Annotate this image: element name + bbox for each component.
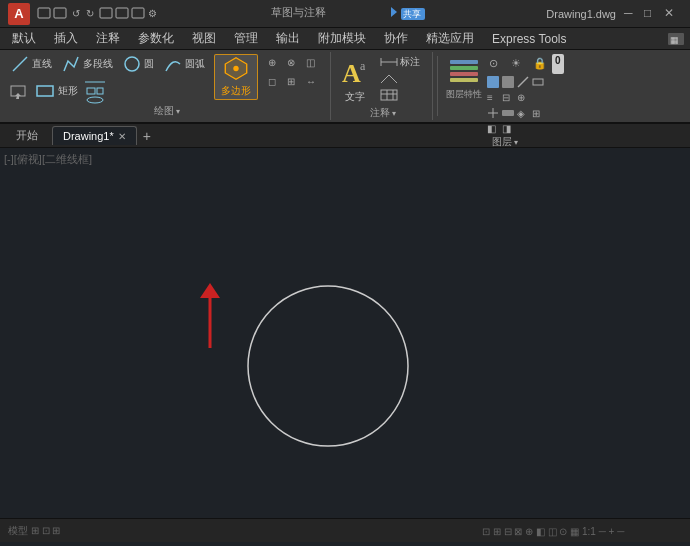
- svg-text:◈: ◈: [517, 108, 525, 119]
- menu-bar: 默认 插入 注释 参数化 视图 管理 输出 附加模块 协作 精选应用 Expre…: [0, 28, 690, 50]
- svg-line-17: [13, 57, 27, 71]
- svg-text:⊕: ⊕: [517, 92, 525, 103]
- svg-text:≡: ≡: [487, 92, 493, 103]
- arrow-annotation: [195, 278, 225, 361]
- svg-rect-46: [450, 78, 478, 82]
- doc-tabs: 开始 Drawing1* ✕ +: [0, 124, 690, 148]
- svg-marker-66: [200, 283, 220, 298]
- svg-rect-53: [533, 79, 543, 85]
- menu-addon[interactable]: 附加模块: [310, 28, 374, 49]
- svg-point-27: [233, 66, 238, 71]
- arc-btn[interactable]: 圆弧: [161, 54, 208, 74]
- layer-group: 图层特性 ⊙ ☀: [442, 52, 568, 120]
- svg-marker-20: [15, 93, 21, 99]
- svg-rect-6: [132, 8, 144, 18]
- circle-btn[interactable]: 圆: [120, 54, 157, 74]
- svg-point-25: [87, 97, 103, 103]
- svg-rect-21: [37, 86, 53, 96]
- text-btn[interactable]: A a 文字: [337, 54, 373, 106]
- table-btn[interactable]: [377, 88, 423, 102]
- svg-rect-5: [116, 8, 128, 18]
- layer-icon-1[interactable]: ⊙: [486, 54, 506, 74]
- polyline-btn[interactable]: 多段线: [59, 54, 116, 74]
- layer-icon-2[interactable]: ☀: [508, 54, 528, 74]
- menu-express-tools[interactable]: Express Tools: [484, 28, 574, 49]
- layer-num: 0: [552, 54, 564, 74]
- svg-text:⊟: ⊟: [502, 92, 510, 103]
- menu-manage[interactable]: 管理: [226, 28, 266, 49]
- menu-annotation[interactable]: 注释: [88, 28, 128, 49]
- start-tab[interactable]: 开始: [4, 125, 50, 146]
- app-icon[interactable]: A: [8, 3, 30, 25]
- svg-text:⊙: ⊙: [489, 57, 498, 69]
- svg-rect-59: [502, 110, 514, 116]
- svg-text:A: A: [342, 59, 361, 88]
- menu-insert[interactable]: 插入: [46, 28, 86, 49]
- menu-param[interactable]: 参数化: [130, 28, 182, 49]
- title-center: 草图与注释 共享: [271, 3, 431, 24]
- svg-rect-45: [450, 72, 478, 76]
- annotation-group-label[interactable]: 注释 ▾: [337, 106, 428, 121]
- window-controls: ─ □ ✕: [622, 5, 682, 23]
- title-bar-left: A ↺ ↻ ⚙: [8, 3, 156, 25]
- svg-text:🔒: 🔒: [533, 56, 547, 70]
- svg-line-52: [518, 77, 528, 87]
- menu-collab[interactable]: 协作: [376, 28, 416, 49]
- svg-marker-9: [391, 7, 397, 17]
- annotation-group: A a 文字 标注: [333, 52, 433, 120]
- doc-tab-drawing1[interactable]: Drawing1* ✕: [52, 126, 137, 145]
- svg-text:☀: ☀: [511, 57, 521, 69]
- title-bar-ribbon: ↺ ↻ ⚙: [36, 5, 156, 23]
- draw-group: 直线 多段线 圆 圆弧: [4, 52, 331, 120]
- svg-rect-24: [97, 88, 103, 94]
- doc-tab-close[interactable]: ✕: [118, 131, 126, 142]
- ribbon: 直线 多段线 圆 圆弧: [0, 50, 690, 124]
- status-coords: 模型 ⊞ ⊡ ⊞: [8, 523, 108, 539]
- title-bar: A ↺ ↻ ⚙ 草图与注释 共享: [0, 0, 690, 28]
- svg-text:⊞: ⊞: [287, 76, 295, 87]
- svg-rect-4: [100, 8, 112, 18]
- dimension-tools: 标注: [377, 54, 423, 102]
- layer-props-btn[interactable]: 图层特性: [446, 54, 482, 135]
- quick-access-bar: ↺ ↻ ⚙: [36, 5, 156, 23]
- svg-rect-50: [487, 76, 499, 88]
- status-bar: 模型 ⊞ ⊡ ⊞ ⊡ ⊞ ⊟ ⊠ ⊕ ◧ ◫ ⊙ ▦ 1:1 ─ + ─: [0, 518, 690, 542]
- svg-text:⊗: ⊗: [287, 57, 295, 68]
- polygon-btn[interactable]: 多边形: [214, 54, 258, 100]
- circle-drawing: [243, 281, 413, 454]
- new-tab-btn[interactable]: +: [139, 128, 155, 144]
- menu-default[interactable]: 默认: [4, 28, 44, 49]
- svg-text:▦: ▦: [670, 35, 679, 45]
- dim-other-btn[interactable]: [377, 72, 423, 86]
- svg-text:◻: ◻: [268, 76, 276, 87]
- svg-text:模型 ⊞ ⊡ ⊞: 模型 ⊞ ⊡ ⊞: [8, 525, 60, 536]
- svg-rect-39: [381, 90, 397, 100]
- svg-text:↻: ↻: [86, 8, 94, 19]
- divider-1: [437, 56, 438, 116]
- svg-rect-0: [38, 8, 50, 18]
- menu-view[interactable]: 视图: [184, 28, 224, 49]
- ribbon-content: 直线 多段线 圆 圆弧: [0, 50, 690, 122]
- draw-group-label[interactable]: 绘图 ▾: [8, 104, 326, 119]
- canvas-area[interactable]: [-][俯视][二维线框]: [0, 148, 690, 518]
- layer-icon-3[interactable]: 🔒: [530, 54, 550, 74]
- svg-rect-43: [450, 60, 478, 64]
- menu-output[interactable]: 输出: [268, 28, 308, 49]
- rect-btn[interactable]: 矩形: [32, 83, 81, 99]
- svg-text:↔: ↔: [306, 76, 316, 87]
- svg-rect-51: [502, 76, 514, 88]
- dim-linear-btn[interactable]: 标注: [377, 54, 423, 70]
- svg-point-64: [248, 286, 408, 446]
- svg-text:⊕: ⊕: [268, 57, 276, 68]
- svg-text:a: a: [360, 59, 366, 73]
- svg-point-18: [125, 57, 139, 71]
- svg-text:✕: ✕: [664, 6, 674, 20]
- svg-text:⚙: ⚙: [148, 8, 156, 19]
- line-btn[interactable]: 直线: [8, 54, 55, 74]
- svg-rect-23: [87, 88, 95, 94]
- svg-text:⊞: ⊞: [532, 108, 540, 119]
- svg-rect-44: [450, 66, 478, 70]
- layer-top-row: 图层特性 ⊙ ☀: [446, 54, 564, 135]
- view-label: [-][俯视][二维线框]: [4, 152, 92, 167]
- menu-featured[interactable]: 精选应用: [418, 28, 482, 49]
